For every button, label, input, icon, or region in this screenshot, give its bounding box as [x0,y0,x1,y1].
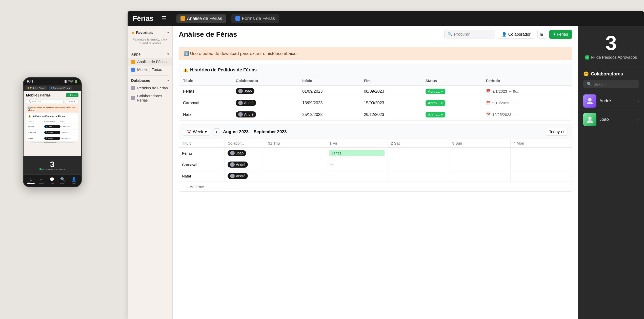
main-container: 9:41 ▐▌WiFi🔋 Mobile | Férias Forms de Fé… [0,0,644,319]
stats-card: 3 ✓ Nº de Pedidos Aprovados [578,26,644,67]
status-badge-1[interactable]: Aprov... ▾ [426,89,445,94]
databases-chevron-icon: ▾ [167,79,169,82]
cal-row3-arrow-button[interactable]: → [329,174,333,178]
search-input[interactable] [454,32,492,37]
row3-status: Aprov... ▾ [421,109,482,121]
search-bar[interactable]: 🔍 [444,30,495,38]
cal-row3-mon [511,170,572,182]
main-panel: Análise de Férias 🔍 👤 Colaborador ⊞ + Fé… [173,26,578,319]
mobile-search-box[interactable]: 🔍 Procurar [26,99,64,104]
sidebar-databases-section: Databases ▾ Pedidos de Férias Colaborado… [128,77,172,104]
status-badge-3[interactable]: Aprov... ▾ [426,112,445,117]
tab-analise-icon [180,16,185,21]
sidebar-item-pedidos[interactable]: Pedidos de Férias [128,84,172,92]
tab-forms-ferias[interactable]: Forms de Férias [231,14,279,23]
colaboradores-icon [131,96,135,100]
search-icon: 🔍 [448,32,453,37]
left-background: 9:41 ▐▌WiFi🔋 Mobile | Férias Forms de Fé… [0,0,128,319]
table-section-title: Histórico de Pedidos de Férias [190,67,257,73]
mobile-nav-chat[interactable]: 💬 Chat [49,177,54,185]
favorites-chevron-icon: ▾ [167,31,169,34]
sidebar-item-colaboradores-ferias[interactable]: Colaboradores Férias [128,92,172,104]
colaboradores-search-bar[interactable]: 🔍 [583,80,639,88]
app-window: Férias ☰ Análise de Férias Forms de Féri… [128,11,644,319]
calendar-prev-button[interactable]: ‹ [213,128,220,135]
mobile-tab-1[interactable]: Mobile | Férias [26,86,47,90]
mobile-content: Mobile | Férias + Férias 🔍 Procurar Cola… [24,91,81,162]
table-body: Férias João 01/09/2023 08/09/2023 [179,86,572,121]
sidebar-apps-section: Apps ▾ Análise de Férias Mobile | Férias [128,50,172,73]
cal-row1-thu [265,148,326,159]
svg-point-0 [588,98,592,102]
cal-badge-joao: João [228,150,246,156]
periodo-cell-1: 📅 9/1/2023 → 9/... [486,89,568,94]
cal-row2-thu [265,159,326,170]
cal-badge-andre-1: André [228,162,248,168]
mobile-nav-home[interactable]: ⌂ Home [28,177,33,184]
cal-row1-titulo: Férias [179,148,225,159]
cal-header-fri: 1 Fri [326,139,388,147]
ferias-button[interactable]: + Férias [549,30,572,39]
status-badge-2[interactable]: Aprov... ▾ [426,100,445,106]
month-labels: August 2023 September 2023 [223,129,543,134]
mobile-scrollbar-thumb [44,142,56,143]
colaborador-andre-arrow-icon: › [637,98,639,104]
mobile-page-title: Mobile | Férias [26,93,51,97]
row1-periodo: 📅 9/1/2023 → 9/... [482,86,572,97]
table-section: ⚠️ Histórico de Pedidos de Férias Título… [179,64,572,121]
add-row-button[interactable]: + + Add row [179,182,572,191]
page-header: Análise de Férias 🔍 👤 Colaborador ⊞ + Fé… [173,26,578,43]
mobile-table-title: ⚠️ Histórico de Pedidos de Férias [26,113,78,119]
tab-analise-ferias[interactable]: Análise de Férias [176,14,226,23]
alert-box: ℹ️ Use o botão de download para extrair … [179,47,572,60]
row1-fim: 08/09/2023 [360,86,421,97]
sidebar-divider-2 [131,75,169,76]
tab-forms-icon [235,16,240,21]
avatar-andre-1 [238,101,243,105]
colaboradores-search-input[interactable] [594,82,642,86]
colaborador-item-joao[interactable]: João › [583,110,639,129]
plus-icon: + [183,185,185,189]
sidebar-favorites-header[interactable]: ★Favorites ▾ [128,29,172,36]
avatar-andre-large [583,94,596,108]
mobile-stats-label: Nº de Pedidos Aprovados [39,168,65,171]
cal-row3-sun [449,170,510,182]
mobile-badge-joao: 👤 João [44,125,61,128]
sidebar-item-analise-ferias[interactable]: Análise de Férias [128,58,172,66]
mobile-nav-search[interactable]: 🔍 Search [59,177,66,185]
today-button[interactable]: Today ‹ › [546,128,568,136]
cal-row3-sat [388,170,449,182]
mobile-table-row: Férias 👤 João 01/09/2023 [26,124,78,130]
row2-fim: 15/09/2023 [360,97,421,109]
mobile-nav-you[interactable]: 👤 You [71,177,76,185]
mobile-colaborador-button[interactable]: Colabor... [65,99,78,104]
row1-inicio: 01/09/2023 [298,86,360,97]
cal-event-ferias: Férias [329,150,384,156]
cal-row2-arrow-button[interactable]: → [329,162,333,167]
analise-ferias-icon [131,60,135,64]
avatar-andre-2 [238,112,243,117]
mobile-scrollbar[interactable] [31,142,73,143]
cal-row2-mon [511,159,572,170]
mobile-table-section: ⚠️ Histórico de Pedidos de Férias Título… [26,113,78,141]
sidebar-apps-header[interactable]: Apps ▾ [128,50,172,58]
mobile-stats-number: 3 [50,160,55,168]
mobile-tab-2[interactable]: Forms de Férias [49,86,72,90]
cal-header-mon: 4 Mon [511,139,572,147]
mobile-ferias-button[interactable]: + Férias [66,93,78,97]
mobile-stats-card: 3 Nº de Pedidos Aprovados [24,156,81,174]
sidebar-item-mobile-ferias[interactable]: Mobile | Férias [128,66,172,73]
today-next-icon: › [563,130,565,134]
week-selector[interactable]: 📅 Week ▾ [183,128,210,136]
row3-fim: 29/12/2023 [360,109,421,121]
table-row: Carnaval André 13/09/2023 15/09/2023 [179,97,572,109]
layout-button[interactable]: ⊞ [537,30,546,39]
calendar-row-3: Natal André → [179,170,572,182]
mobile-nav-tasks[interactable]: ✓ Tasks [39,177,44,185]
colaborador-button[interactable]: 👤 Colaborador [498,30,534,39]
menu-icon[interactable]: ☰ [161,15,166,22]
sidebar-databases-header[interactable]: Databases ▾ [128,77,172,84]
colaborador-item-andre[interactable]: André › [583,92,639,110]
row2-status: Aprov... ▾ [421,97,482,109]
mobile-tabs-bar: Mobile | Férias Forms de Férias [24,85,81,91]
